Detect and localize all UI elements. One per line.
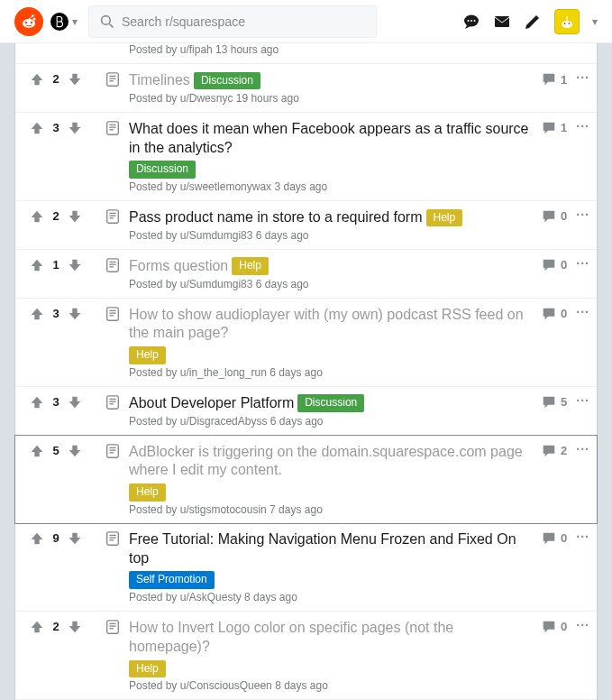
comments-button[interactable]: 1 (541, 120, 567, 136)
more-options-button[interactable]: ··· (576, 443, 589, 456)
text-post-icon (96, 436, 129, 523)
post-row[interactable]: 1 Forms question Help Posted by u/Sumdum… (15, 250, 597, 299)
upvote-button[interactable] (29, 443, 45, 459)
svg-point-3 (31, 21, 32, 23)
search-input[interactable] (122, 14, 365, 29)
post-title[interactable]: Free Tutorial: Making Navigation Menu Fr… (129, 530, 534, 568)
post-meta: Posted by u/in_the_long_run 6 days ago (129, 366, 534, 379)
user-avatar[interactable] (554, 9, 580, 34)
post-author[interactable]: u/DisgracedAbyss (180, 415, 268, 428)
upvote-button[interactable] (29, 530, 45, 547)
chat-icon[interactable] (462, 13, 480, 31)
post-author[interactable]: u/AskQuesty (180, 591, 242, 603)
subreddit-chevron-icon[interactable]: ▾ (72, 15, 78, 28)
comments-button[interactable]: 5 (541, 394, 567, 410)
subreddit-icon[interactable] (50, 13, 69, 31)
upvote-button[interactable] (29, 306, 45, 322)
vote-score: 3 (50, 394, 61, 410)
comments-button[interactable]: 2 (541, 443, 567, 459)
post-author[interactable]: u/stigsmotocousin (180, 503, 267, 516)
downvote-button[interactable] (67, 306, 83, 322)
vote-column: 2 (15, 612, 96, 699)
mail-icon[interactable] (493, 13, 511, 31)
post-row[interactable]: 9 Free Tutorial: Making Navigation Menu … (15, 523, 597, 612)
post-title[interactable]: How to show audioplayer with (my own) po… (129, 306, 534, 344)
post-title[interactable]: About Developer Platform (129, 394, 294, 413)
comments-button[interactable]: 0 (541, 208, 567, 225)
post-meta: Posted by u/Sumdumgi83 6 days ago (129, 229, 534, 242)
post-author[interactable]: u/ConsciousQueen (180, 679, 272, 692)
comments-button[interactable]: 0 (541, 306, 567, 322)
upvote-button[interactable] (29, 394, 45, 410)
downvote-button[interactable] (67, 394, 83, 410)
svg-point-9 (468, 20, 470, 22)
more-options-button[interactable]: ··· (576, 257, 589, 270)
user-menu-chevron-icon[interactable]: ▾ (592, 15, 598, 28)
post-author[interactable]: u/Dwesnyc (180, 92, 233, 105)
posted-by-label: Posted by (129, 278, 177, 290)
post-row[interactable]: 2 How to Invert Logo color on specific p… (15, 612, 597, 700)
upvote-button[interactable] (29, 71, 45, 88)
text-post-icon (96, 64, 129, 112)
post-flair[interactable]: Discussion (297, 394, 364, 412)
post-row[interactable]: 3 What does it mean when Facebook appear… (15, 113, 597, 201)
post-flair[interactable]: Help (129, 660, 166, 678)
comments-button[interactable]: 0 (541, 257, 567, 273)
create-post-icon[interactable] (524, 13, 542, 31)
more-options-button[interactable]: ··· (576, 71, 589, 84)
post-title[interactable]: Forms question (129, 257, 228, 276)
reddit-logo[interactable] (14, 7, 43, 36)
post-author[interactable]: u/fipah (180, 43, 213, 56)
upvote-button[interactable] (29, 619, 45, 635)
post-title[interactable]: What does it mean when Facebook appears … (129, 120, 534, 158)
post-row[interactable]: 2 Timelines Discussion Posted by u/Dwesn… (15, 64, 597, 113)
more-options-button[interactable]: ··· (576, 120, 589, 133)
comment-icon (541, 306, 557, 322)
post-meta-partial: Posted by u/fipah 13 hours ago (15, 43, 597, 64)
post-actions: 2 ··· (541, 436, 597, 523)
post-row[interactable]: 3 About Developer Platform Discussion Po… (15, 387, 597, 436)
more-options-button[interactable]: ··· (576, 619, 589, 631)
post-author[interactable]: u/Sumdumgi83 (180, 278, 253, 290)
post-list: Posted by u/fipah 13 hours ago 2 Timelin… (14, 43, 598, 700)
post-flair[interactable]: Discussion (129, 161, 196, 179)
post-author[interactable]: u/sweetlemonywax (180, 180, 271, 193)
comments-button[interactable]: 1 (541, 71, 567, 88)
upvote-button[interactable] (29, 120, 45, 136)
comments-button[interactable]: 0 (541, 619, 567, 635)
post-title[interactable]: Pass product name in store to a required… (129, 208, 423, 227)
post-flair[interactable]: Help (129, 484, 166, 502)
post-flair[interactable]: Self Promotion (129, 571, 215, 589)
upvote-button[interactable] (29, 208, 45, 225)
comment-count: 1 (561, 121, 567, 134)
downvote-button[interactable] (67, 619, 83, 635)
more-options-button[interactable]: ··· (576, 530, 589, 543)
post-flair[interactable]: Discussion (194, 72, 260, 90)
post-flair[interactable]: Help (129, 346, 166, 364)
downvote-button[interactable] (67, 257, 83, 273)
more-options-button[interactable]: ··· (576, 306, 589, 318)
downvote-button[interactable] (67, 208, 83, 225)
post-row[interactable]: 2 Pass product name in store to a requir… (15, 201, 597, 250)
downvote-button[interactable] (67, 530, 83, 547)
post-author[interactable]: u/in_the_long_run (180, 366, 267, 379)
post-flair[interactable]: Help (426, 209, 463, 227)
downvote-button[interactable] (67, 443, 83, 459)
post-flair[interactable]: Help (232, 257, 269, 275)
upvote-button[interactable] (29, 257, 45, 273)
post-row[interactable]: 3 How to show audioplayer with (my own) … (15, 299, 597, 387)
svg-rect-33 (107, 307, 119, 319)
post-title[interactable]: How to Invert Logo color on specific pag… (129, 619, 534, 657)
comment-count: 0 (561, 531, 567, 545)
more-options-button[interactable]: ··· (576, 208, 589, 221)
downvote-button[interactable] (67, 120, 83, 136)
downvote-button[interactable] (67, 71, 83, 88)
search-bar[interactable] (88, 5, 377, 38)
comments-button[interactable]: 0 (541, 530, 567, 547)
text-post-icon (96, 523, 129, 611)
post-title[interactable]: Timelines (129, 71, 190, 90)
post-author[interactable]: u/Sumdumgi83 (180, 229, 253, 242)
post-title[interactable]: AdBlocker is triggering on the domain.sq… (129, 443, 534, 481)
more-options-button[interactable]: ··· (576, 394, 589, 407)
post-row[interactable]: 5 AdBlocker is triggering on the domain.… (14, 435, 598, 524)
